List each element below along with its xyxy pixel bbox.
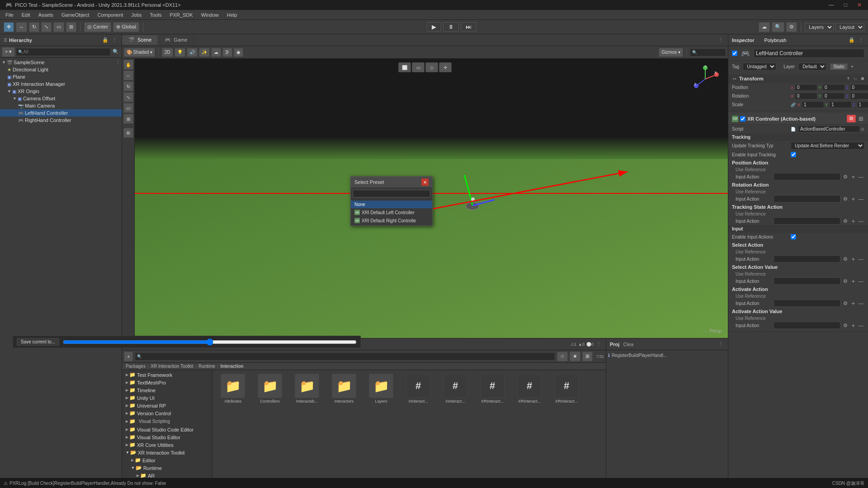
breadcrumb-interaction[interactable]: Interaction bbox=[221, 364, 244, 369]
ts-gear-btn[interactable]: ⚙ bbox=[842, 218, 849, 224]
scene-shading-btn[interactable]: 🎨 Shaded ▾ bbox=[124, 48, 155, 57]
inspector-menu-btn[interactable]: ⋮ bbox=[858, 37, 864, 43]
tool-move[interactable]: ↔ bbox=[123, 70, 133, 80]
scene-fx-btn[interactable]: ✨ bbox=[199, 48, 210, 57]
stw-rect[interactable]: ▭ bbox=[412, 62, 425, 72]
update-tracking-dropdown[interactable]: Update And Before Render bbox=[791, 142, 864, 150]
rotate-tool[interactable]: ↻ bbox=[29, 22, 39, 32]
pos-gear-btn[interactable]: ⚙ bbox=[842, 174, 849, 180]
pos-link-btn[interactable]: — bbox=[858, 174, 864, 179]
layout-dropdown[interactable]: Layout bbox=[835, 23, 864, 31]
menu-assets[interactable]: Assets bbox=[35, 11, 57, 19]
stw-cube[interactable]: ⬜ bbox=[398, 62, 411, 72]
ts-link-btn[interactable]: — bbox=[858, 218, 864, 224]
hierarchy-menu-btn[interactable]: ⋮ bbox=[111, 37, 118, 43]
aav-plus-btn[interactable]: + bbox=[850, 322, 856, 329]
tab-game[interactable]: 🎮 Game bbox=[158, 35, 194, 45]
move-tool[interactable]: ↔ bbox=[16, 22, 27, 32]
stw-cross[interactable]: ✛ bbox=[439, 62, 452, 72]
script-field[interactable] bbox=[798, 126, 860, 132]
breadcrumb-xr-toolkit[interactable]: XR Interaction Toolkit bbox=[151, 364, 193, 369]
tool-hand[interactable]: ✋ bbox=[123, 60, 133, 70]
pos-plus-btn[interactable]: + bbox=[850, 174, 856, 180]
rotation-z[interactable] bbox=[850, 93, 868, 99]
scale-y[interactable] bbox=[829, 101, 852, 108]
proj-vs-editor[interactable]: ▶ 📁 Visual Studio Editor bbox=[122, 433, 212, 441]
act-link-btn[interactable]: — bbox=[858, 300, 864, 306]
scene-gizmos-btn[interactable]: Gizmos ▾ bbox=[659, 48, 683, 57]
menu-pxr-sdk[interactable]: PXR_SDK bbox=[166, 11, 196, 19]
obj-active-toggle[interactable] bbox=[732, 51, 737, 56]
breadcrumb-packages[interactable]: Packages bbox=[126, 364, 146, 369]
enable-tracking-checkbox[interactable] bbox=[791, 152, 796, 157]
proj-ar[interactable]: ▶ 📁 AR bbox=[122, 472, 212, 478]
file-interactab[interactable]: 📁 Interactab... bbox=[290, 374, 324, 404]
tool-scale[interactable]: ⤡ bbox=[123, 92, 133, 102]
file-interactors[interactable]: 📁 Interactors bbox=[327, 374, 361, 404]
transform-header[interactable]: ↔ Transform ? ↑↓ ⊕ bbox=[728, 74, 868, 83]
scene-2d-toggle[interactable]: 2D bbox=[162, 48, 173, 57]
save-slider[interactable] bbox=[122, 338, 357, 346]
play-btn[interactable]: ▶ bbox=[427, 22, 441, 32]
static-button[interactable]: Static bbox=[830, 63, 848, 70]
layers-dropdown[interactable]: Layers bbox=[805, 23, 834, 31]
sel-link-btn[interactable]: — bbox=[858, 256, 864, 262]
menu-edit[interactable]: Edit bbox=[18, 11, 34, 19]
hierarchy-search[interactable] bbox=[23, 49, 108, 54]
menu-file[interactable]: File bbox=[2, 11, 17, 19]
hier-main-camera[interactable]: 📷 Main Camera bbox=[0, 102, 122, 109]
proj-test-framework[interactable]: ▶ 📁 Test Framework bbox=[122, 371, 212, 379]
tool-custom[interactable]: ⊞ bbox=[123, 114, 133, 124]
hier-directional-light[interactable]: ☀ Directional Light bbox=[0, 66, 122, 73]
scene-skybox-btn[interactable]: ☁ bbox=[211, 48, 221, 57]
scene-audio-btn[interactable]: 🔊 bbox=[187, 48, 198, 57]
step-btn[interactable]: ⏭ bbox=[461, 22, 476, 32]
position-z[interactable] bbox=[850, 84, 868, 91]
sav-gear-btn[interactable]: ⚙ bbox=[842, 278, 849, 284]
sel-plus-btn[interactable]: + bbox=[850, 256, 856, 263]
hier-xr-interaction-manager[interactable]: ▣ XR Interaction Manager bbox=[0, 80, 122, 88]
proj-universal-rp[interactable]: ▶ 📁 Universal RP bbox=[122, 402, 212, 409]
position-x[interactable] bbox=[795, 84, 817, 91]
hier-plane[interactable]: ▣ Plane bbox=[0, 73, 122, 80]
pivot-btn[interactable]: ◎ Center bbox=[84, 22, 111, 32]
proj-add-btn[interactable]: + bbox=[124, 352, 133, 361]
rot-input-action-field[interactable] bbox=[774, 195, 840, 202]
menu-jobs[interactable]: Jobs bbox=[127, 11, 145, 19]
sav-link-btn[interactable]: — bbox=[858, 278, 864, 284]
preset-search-input[interactable] bbox=[353, 190, 430, 197]
file-attributes[interactable]: 📁 Attributes bbox=[216, 374, 250, 404]
pos-input-action-field[interactable] bbox=[774, 173, 840, 180]
menu-component[interactable]: Component bbox=[94, 11, 127, 19]
hier-camera-offset[interactable]: ▼ ▣ Camera Offset bbox=[0, 95, 122, 102]
scene-fog-btn[interactable]: 🌫 bbox=[222, 48, 232, 57]
multi-tool[interactable]: ⊞ bbox=[66, 22, 76, 32]
scale-z[interactable] bbox=[857, 101, 868, 108]
menu-gameobject[interactable]: GameObject bbox=[58, 11, 93, 19]
stw-diamond[interactable]: ◇ bbox=[425, 62, 438, 72]
position-y[interactable] bbox=[822, 84, 845, 91]
proj-version-control[interactable]: ▶ 📁 Version Control bbox=[122, 409, 212, 417]
project-menu-btn[interactable]: ⋮ bbox=[595, 341, 602, 347]
sel-gear-btn[interactable]: ⚙ bbox=[842, 256, 849, 262]
sel-input-action-field[interactable] bbox=[774, 255, 840, 263]
menu-window[interactable]: Window bbox=[198, 11, 222, 19]
xr-add-btn[interactable]: ⊞ bbox=[858, 115, 864, 122]
rotation-y[interactable] bbox=[822, 93, 845, 99]
tool-rotate[interactable]: ↻ bbox=[123, 81, 133, 91]
proj-xr-core[interactable]: ▶ 📁 XR Core Utilities bbox=[122, 441, 212, 449]
file-xinteract-1[interactable]: # XInteract... bbox=[401, 374, 435, 404]
hier-search-btn[interactable]: 🔍 bbox=[112, 49, 120, 55]
tag-dropdown[interactable]: Untagged bbox=[743, 63, 776, 70]
hier-add-btn[interactable]: + ▾ bbox=[2, 47, 15, 57]
preset-xri-right[interactable]: XR XRI Default Right Controlle bbox=[351, 216, 432, 225]
rot-gear-btn[interactable]: ⚙ bbox=[842, 196, 849, 202]
proj-xr-interaction-toolkit[interactable]: ▼ 📂 XR Interaction Toolkit bbox=[122, 449, 212, 456]
file-controllers[interactable]: 📁 Controllers bbox=[253, 374, 287, 404]
layer-dropdown[interactable]: Default bbox=[798, 63, 826, 70]
proj-editor[interactable]: ▶ 📁 Editor bbox=[122, 456, 212, 464]
console-menu-btn[interactable]: ⋮ bbox=[717, 341, 724, 347]
file-layers[interactable]: 📁 Layers bbox=[364, 374, 398, 404]
ts-input-action-field[interactable] bbox=[774, 217, 840, 225]
rect-tool[interactable]: ▭ bbox=[53, 22, 64, 32]
